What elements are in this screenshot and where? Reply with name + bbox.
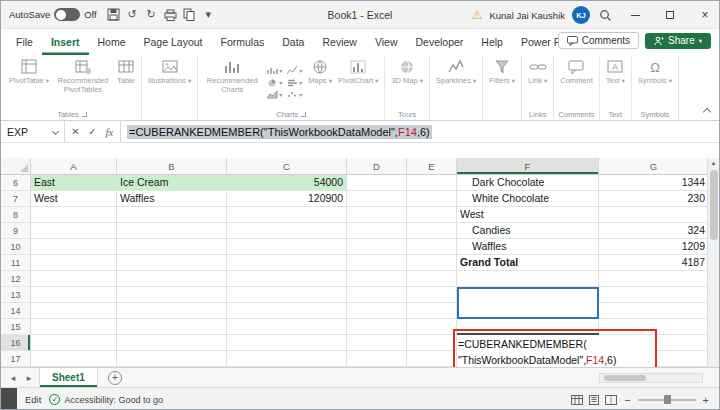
cell-C13[interactable] bbox=[227, 287, 347, 303]
cell-B10[interactable] bbox=[117, 239, 227, 255]
cell-D16[interactable] bbox=[347, 335, 407, 351]
cell-B15[interactable] bbox=[117, 319, 227, 335]
add-sheet-button[interactable]: + bbox=[108, 371, 122, 385]
cell-E10[interactable] bbox=[407, 239, 457, 255]
zoom-slider-thumb[interactable] bbox=[664, 395, 671, 404]
row-header-11[interactable]: 11 bbox=[1, 255, 31, 271]
restore-button[interactable] bbox=[656, 1, 684, 29]
ribbon-button-recommended-charts[interactable]: Recommended Charts bbox=[201, 57, 263, 108]
column-header-e[interactable]: E bbox=[407, 158, 457, 174]
cell-F6[interactable]: Dark Chocolate bbox=[457, 175, 599, 191]
tab-review[interactable]: Review bbox=[313, 29, 365, 55]
horizontal-scroll-thumb[interactable] bbox=[604, 375, 646, 381]
comments-button[interactable]: Comments bbox=[558, 32, 639, 49]
dialog-launcher-icon[interactable] bbox=[301, 112, 306, 117]
undo-icon[interactable]: ↺ bbox=[124, 6, 141, 23]
avatar[interactable]: KJ bbox=[572, 6, 590, 24]
copy-icon[interactable] bbox=[181, 6, 198, 23]
ribbon-button-pivottable[interactable]: PivotTable ▾ bbox=[6, 57, 52, 108]
cell-C16[interactable] bbox=[227, 335, 347, 351]
cell-F7[interactable]: White Chocolate bbox=[457, 191, 599, 207]
mini-chart-area-icon[interactable]: ▾ bbox=[266, 90, 282, 99]
ribbon-button-3d-map[interactable]: 3D Map ▾ bbox=[388, 57, 426, 108]
cell-C15[interactable] bbox=[227, 319, 347, 335]
cell-E14[interactable] bbox=[407, 303, 457, 319]
cell-A6[interactable]: East bbox=[31, 175, 117, 191]
column-header-g[interactable]: G bbox=[599, 158, 709, 174]
cell-D11[interactable] bbox=[347, 255, 407, 271]
mini-chart-pie-icon[interactable]: ▾ bbox=[266, 78, 282, 87]
cell-G9[interactable]: 324 bbox=[599, 223, 709, 239]
vertical-scroll-thumb[interactable] bbox=[710, 170, 718, 240]
cell-A10[interactable] bbox=[31, 239, 117, 255]
select-all-corner[interactable] bbox=[1, 158, 31, 174]
formula-input[interactable]: =CUBERANKEDMEMBER("ThisWorkbookDataModel… bbox=[121, 121, 719, 142]
cell-D13[interactable] bbox=[347, 287, 407, 303]
cell-G16[interactable] bbox=[599, 335, 709, 351]
save-icon[interactable] bbox=[105, 6, 122, 23]
enter-button[interactable]: ✓ bbox=[84, 126, 101, 137]
cell-C17[interactable] bbox=[227, 351, 347, 367]
cell-E12[interactable] bbox=[407, 271, 457, 287]
page-break-view-icon[interactable] bbox=[605, 391, 617, 409]
cell-G10[interactable]: 1209 bbox=[599, 239, 709, 255]
accessibility-status[interactable]: Accessibility: Good to go bbox=[64, 395, 163, 405]
cell-G6[interactable]: 1344 bbox=[599, 175, 709, 191]
cell-A11[interactable] bbox=[31, 255, 117, 271]
cancel-button[interactable]: ✕ bbox=[67, 126, 84, 137]
mini-chart-line-icon[interactable]: ▾ bbox=[286, 66, 302, 75]
row-header-9[interactable]: 9 bbox=[1, 223, 31, 239]
cell-F13[interactable] bbox=[457, 287, 599, 303]
cell-G8[interactable] bbox=[599, 207, 709, 223]
cell-E13[interactable] bbox=[407, 287, 457, 303]
cell-B7[interactable]: Waffles bbox=[117, 191, 227, 207]
cell-F10[interactable]: Waffles bbox=[457, 239, 599, 255]
sheet-nav-right-icon[interactable]: ▸ bbox=[23, 373, 35, 383]
cell-B9[interactable] bbox=[117, 223, 227, 239]
row-header-6[interactable]: 6 bbox=[1, 175, 31, 191]
insert-function-button[interactable]: fx bbox=[101, 126, 118, 138]
cell-E7[interactable] bbox=[407, 191, 457, 207]
warning-icon[interactable]: ⚠ bbox=[472, 8, 483, 22]
cell-F8[interactable]: West bbox=[457, 207, 599, 223]
tab-view[interactable]: View bbox=[366, 29, 407, 55]
cell-C14[interactable] bbox=[227, 303, 347, 319]
cell-G11[interactable]: 4187 bbox=[599, 255, 709, 271]
cell-C8[interactable] bbox=[227, 207, 347, 223]
share-button[interactable]: Share ▾ bbox=[645, 33, 711, 49]
cell-G14[interactable] bbox=[599, 303, 709, 319]
cell-D10[interactable] bbox=[347, 239, 407, 255]
vertical-scrollbar[interactable]: ▲ bbox=[707, 158, 719, 367]
tab-file[interactable]: File bbox=[7, 29, 42, 55]
cell-B6[interactable]: Ice Cream bbox=[117, 175, 227, 191]
dialog-launcher-icon[interactable] bbox=[82, 112, 87, 117]
cell-C11[interactable] bbox=[227, 255, 347, 271]
cell-C6[interactable]: 54000 bbox=[227, 175, 347, 191]
cell-B16[interactable] bbox=[117, 335, 227, 351]
cell-B13[interactable] bbox=[117, 287, 227, 303]
column-header-f[interactable]: F bbox=[457, 158, 599, 174]
cell-C9[interactable] bbox=[227, 223, 347, 239]
worksheet-grid[interactable]: ABCDEFG 6EastIce Cream54000Dark Chocolat… bbox=[1, 158, 709, 367]
ribbon-button-recommended-pivottables[interactable]: Recommended PivotTables bbox=[52, 57, 114, 108]
row-header-17[interactable]: 17 bbox=[1, 351, 31, 367]
cell-C10[interactable] bbox=[227, 239, 347, 255]
cell-E11[interactable] bbox=[407, 255, 457, 271]
tab-home[interactable]: Home bbox=[89, 29, 135, 55]
cell-D14[interactable] bbox=[347, 303, 407, 319]
row-header-10[interactable]: 10 bbox=[1, 239, 31, 255]
sheet-nav-left-icon[interactable]: ◂ bbox=[7, 373, 19, 383]
tab-help[interactable]: Help bbox=[472, 29, 512, 55]
cell-E16[interactable] bbox=[407, 335, 457, 351]
cell-D9[interactable] bbox=[347, 223, 407, 239]
scroll-up-icon[interactable]: ▲ bbox=[711, 158, 717, 168]
column-header-a[interactable]: A bbox=[31, 158, 117, 174]
row-header-16[interactable]: 16 bbox=[1, 335, 31, 351]
column-header-d[interactable]: D bbox=[347, 158, 407, 174]
cell-E8[interactable] bbox=[407, 207, 457, 223]
cell-E9[interactable] bbox=[407, 223, 457, 239]
cell-A12[interactable] bbox=[31, 271, 117, 287]
zoom-out-button[interactable]: − bbox=[624, 394, 630, 406]
user-name[interactable]: Kunal Jai Kaushik bbox=[489, 10, 565, 21]
cell-B11[interactable] bbox=[117, 255, 227, 271]
